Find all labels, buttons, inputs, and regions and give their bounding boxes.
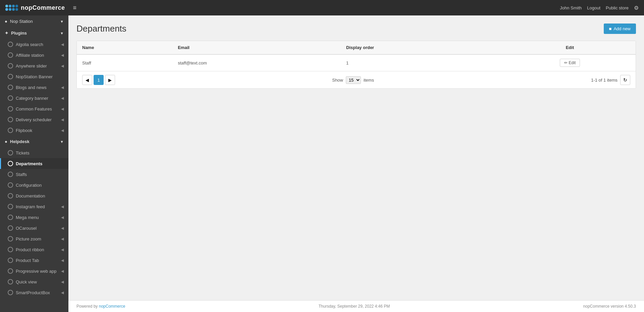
sidebar-item[interactable]: Progressive web app ◀	[0, 266, 68, 276]
cell-edit: ✏ Edit	[504, 54, 636, 71]
username-label: John Smith	[560, 5, 582, 10]
footer-date: Thursday, September 29, 2022 4:46 PM	[319, 304, 390, 309]
pagination-prev-button[interactable]: ◀	[82, 75, 92, 85]
sidebar-item[interactable]: Mega menu ◀	[0, 212, 68, 223]
sidebar-item-label: Product Tab	[16, 258, 39, 263]
edit-pencil-icon: ✏	[564, 60, 568, 65]
item-icon	[8, 182, 13, 188]
sidebar-item[interactable]: Instagram feed ◀	[0, 201, 68, 212]
sidebar-item[interactable]: Blogs and news ◀	[0, 82, 68, 93]
chevron-right-icon: ◀	[61, 258, 64, 263]
item-icon	[8, 268, 13, 274]
item-icon	[8, 290, 13, 295]
plugins-label: Plugins	[11, 31, 27, 36]
sidebar-item-label: OCarousel	[16, 226, 37, 231]
chevron-right-icon: ◀	[61, 107, 64, 111]
pagination-left: ◀ 1 ▶	[82, 75, 115, 85]
nopstation-icon: ●	[5, 19, 7, 24]
sidebar-plugins-header[interactable]: ✦ Plugins ▼	[0, 27, 68, 39]
pagination-right: 1-1 of 1 items ↻	[591, 75, 630, 85]
sidebar-item[interactable]: Common Features ◀	[0, 103, 68, 114]
helpdesk-icon: ●	[5, 139, 7, 144]
sidebar-item[interactable]: Anywhere slider ◀	[0, 60, 68, 71]
chevron-right-icon: ◀	[61, 237, 64, 241]
pagination-next-button[interactable]: ▶	[105, 75, 115, 85]
sidebar-item[interactable]: Product ribbon ◀	[0, 244, 68, 255]
page-size-select[interactable]: 15 25 50	[346, 76, 361, 84]
sidebar-item-label: Departments	[16, 161, 42, 166]
chevron-right-icon: ◀	[61, 96, 64, 100]
logout-link[interactable]: Logout	[587, 5, 600, 10]
sidebar-item[interactable]: NopStation Banner	[0, 71, 68, 82]
plugins-icon: ✦	[5, 31, 8, 36]
item-icon	[8, 85, 13, 90]
layout: ● Nop Station ▼ ✦ Plugins ▼ Algolia sear…	[0, 15, 644, 312]
edit-button[interactable]: ✏ Edit	[560, 59, 580, 67]
top-right-nav: John Smith Logout Public store ⚙	[560, 5, 639, 11]
sidebar-item-configuration[interactable]: Configuration	[0, 180, 68, 190]
chevron-right-icon: ◀	[61, 248, 64, 252]
show-label: Show	[332, 78, 343, 83]
add-new-button[interactable]: ■ Add new	[604, 24, 636, 34]
col-edit: Edit	[504, 41, 636, 54]
sidebar-item[interactable]: Algolia search ◀	[0, 39, 68, 50]
add-icon: ■	[609, 26, 612, 31]
sidebar-item-label: Progressive web app	[16, 269, 56, 274]
sidebar-item[interactable]: Product Tab ◀	[0, 255, 68, 266]
item-icon	[8, 161, 13, 166]
footer-left: Powered by nopCommerce	[76, 304, 125, 309]
sidebar-item[interactable]: Affiliate station ◀	[0, 50, 68, 60]
departments-table: Name Email Display order Edit Staff staf…	[77, 41, 636, 71]
next-icon: ▶	[108, 78, 112, 83]
sidebar-item-label: Staffs	[16, 172, 27, 177]
settings-button[interactable]: ⚙	[634, 5, 639, 11]
main-content: Departments ■ Add new Name Email Display…	[68, 15, 644, 312]
sidebar-item-documentation[interactable]: Documentation	[0, 190, 68, 201]
pagination-row: ◀ 1 ▶ Show 15 25	[77, 71, 636, 88]
public-store-link[interactable]: Public store	[606, 5, 629, 10]
pagination-page-1-button[interactable]: 1	[94, 75, 104, 85]
refresh-icon: ↻	[623, 77, 627, 83]
sidebar-item[interactable]: Category banner ◀	[0, 93, 68, 103]
sidebar-item[interactable]: Flipbook ◀	[0, 125, 68, 136]
sidebar-item-label: Instagram feed	[16, 204, 45, 209]
item-icon	[8, 42, 13, 47]
item-icon	[8, 52, 13, 58]
sidebar-item-label: Product ribbon	[16, 247, 44, 252]
sidebar-item[interactable]: OCarousel ◀	[0, 223, 68, 233]
hamburger-button[interactable]: ≡	[70, 3, 79, 13]
hamburger-icon: ≡	[73, 4, 77, 11]
item-icon	[8, 279, 13, 284]
sidebar-item-departments[interactable]: Departments	[0, 158, 68, 169]
sidebar-helpdesk-header[interactable]: ● Helpdesk ▼	[0, 136, 68, 147]
chevron-right-icon: ◀	[61, 128, 64, 133]
item-icon	[8, 74, 13, 79]
sidebar-item-label: SmartProductBox	[16, 290, 50, 295]
footer-version: nopCommerce version 4.50.3	[583, 304, 636, 309]
sidebar-item[interactable]: SmartProductBox ◀	[0, 287, 68, 298]
sidebar-item-label: Documentation	[16, 193, 45, 198]
sidebar-item-label: Delivery scheduler	[16, 117, 52, 122]
chevron-right-icon: ◀	[61, 85, 64, 90]
sidebar-item-label: NopStation Banner	[16, 74, 53, 79]
sidebar-item[interactable]: Delivery scheduler ◀	[0, 114, 68, 125]
prev-icon: ◀	[86, 78, 89, 83]
logo-area: nopCommerce	[5, 4, 65, 11]
item-icon	[8, 117, 13, 122]
sidebar-item[interactable]: Picture zoom ◀	[0, 233, 68, 244]
sidebar-item-staffs[interactable]: Staffs	[0, 169, 68, 180]
chevron-right-icon: ◀	[61, 280, 64, 284]
sidebar-nopstation-header[interactable]: ● Nop Station ▼	[0, 15, 68, 27]
logo-text: nopCommerce	[21, 4, 65, 11]
sidebar-item-tickets[interactable]: Tickets	[0, 147, 68, 158]
sidebar-item-label: Configuration	[16, 183, 42, 188]
powered-by-text: Powered by	[76, 304, 98, 309]
chevron-right-icon: ◀	[61, 64, 64, 68]
refresh-button[interactable]: ↻	[620, 75, 630, 85]
gear-icon: ⚙	[634, 5, 639, 11]
item-icon	[8, 247, 13, 252]
sidebar-item[interactable]: Quick view ◀	[0, 276, 68, 287]
nopcommerce-link[interactable]: nopCommerce	[99, 304, 125, 309]
helpdesk-chevron: ▼	[60, 140, 64, 144]
item-icon	[8, 258, 13, 263]
